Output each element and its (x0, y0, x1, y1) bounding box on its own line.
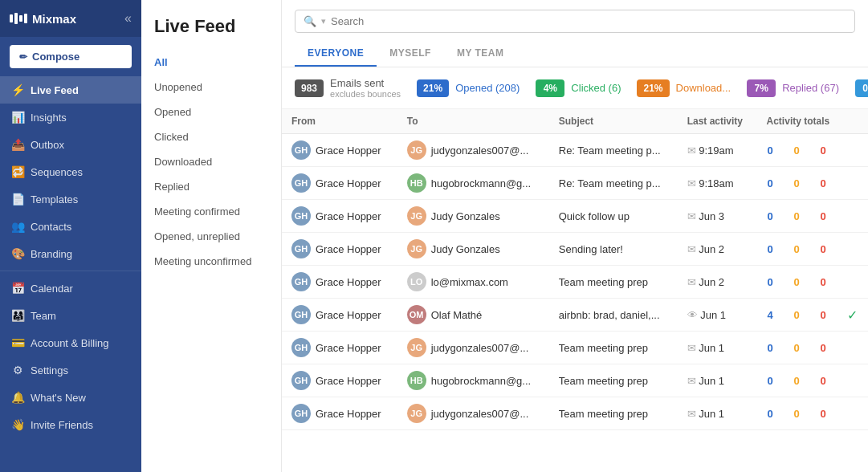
sidebar-item-label: Contacts (31, 221, 71, 233)
sidebar-item-calendar[interactable]: 📅 Calendar (0, 275, 141, 302)
activity-icon: ✉ (687, 144, 696, 157)
filter-meeting-unconfirmed[interactable]: Meeting unconfirmed (141, 249, 281, 274)
cell-to: HB hugobrockmann@g... (397, 167, 549, 200)
cell-col3: 0 (810, 200, 837, 233)
from-name: Grace Hopper (316, 144, 381, 157)
branding-icon: 🎨 (11, 247, 24, 260)
filter-unopened[interactable]: Unopened (141, 75, 281, 100)
to-avatar: OM (407, 305, 426, 324)
filter-downloaded[interactable]: Downloaded (141, 149, 281, 174)
sidebar-item-insights[interactable]: 📊 Insights (0, 104, 141, 131)
sidebar-item-label: What's New (31, 392, 86, 404)
from-avatar: GH (291, 371, 311, 390)
activity-time: Jun 2 (699, 243, 724, 255)
filter-opened-unreplied[interactable]: Opened, unreplied (141, 224, 281, 249)
cell-from: GH Grace Hopper (282, 134, 397, 167)
table-row[interactable]: GH Grace Hopper JG judygonzales007@... T… (282, 397, 868, 430)
from-avatar: GH (291, 239, 311, 258)
table-row[interactable]: GH Grace Hopper JG Judy Gonzales Quick f… (282, 200, 868, 233)
table-row[interactable]: GH Grace Hopper JG Judy Gonzales Sending… (282, 233, 868, 266)
to-address: hugobrockmann@g... (431, 177, 532, 189)
activity-time: Jun 1 (699, 375, 724, 387)
sidebar-item-settings[interactable]: ⚙ Settings (0, 356, 141, 384)
table-row[interactable]: GH Grace Hopper HB hugobrockmann@g... Re… (282, 167, 868, 200)
filter-meeting-confirmed[interactable]: Meeting confirmed (141, 199, 281, 224)
insights-icon: 📊 (11, 111, 24, 124)
sidebar-item-live-feed[interactable]: ⚡ Live Feed (0, 76, 141, 104)
sidebar-item-label: Sequences (31, 166, 83, 178)
live-feed-icon: ⚡ (11, 83, 24, 96)
cell-col3: 0 (810, 364, 837, 397)
sidebar-collapse-icon[interactable]: « (124, 11, 132, 26)
cell-col2: 0 (784, 200, 810, 233)
filter-clicked[interactable]: Clicked (141, 124, 281, 149)
cell-from: GH Grace Hopper (282, 364, 397, 397)
sidebar-item-outbox[interactable]: 📤 Outbox (0, 131, 141, 158)
to-address: judygonzales007@... (431, 342, 529, 354)
sidebar-item-label: Branding (31, 248, 72, 260)
cell-check: ✓ (837, 299, 868, 332)
sidebar-item-account-billing[interactable]: 💳 Account & Billing (0, 329, 141, 356)
filter-all[interactable]: All (141, 50, 281, 75)
logo-text: Mixmax (32, 12, 76, 26)
compose-button[interactable]: Compose (10, 45, 132, 68)
sidebar-item-team[interactable]: 👨‍👩‍👧 Team (0, 302, 141, 329)
sidebar-logo: Mixmax (10, 12, 76, 26)
templates-icon: 📄 (11, 193, 24, 205)
sidebar-item-sequences[interactable]: 🔁 Sequences (0, 158, 141, 185)
filter-replied[interactable]: Replied (141, 174, 281, 199)
table-row[interactable]: GH Grace Hopper JG judygonzales007@... T… (282, 332, 868, 364)
tab-everyone[interactable]: EVERYONE (295, 41, 377, 67)
cell-check (837, 397, 868, 430)
activity-icon: ✉ (687, 342, 696, 354)
table-row[interactable]: GH Grace Hopper JG judygonzales007@... R… (282, 134, 868, 167)
table-row[interactable]: GH Grace Hopper OM Olaf Mathé airbnb: br… (282, 299, 868, 332)
to-address: Olaf Mathé (431, 309, 483, 321)
activity-time: Jun 1 (699, 408, 724, 420)
cell-last-activity: ✉ 9:19am (678, 134, 757, 167)
cell-subject: Quick follow up (549, 200, 678, 233)
cell-from: GH Grace Hopper (282, 332, 397, 364)
to-address: hugobrockmann@g... (431, 375, 532, 387)
search-input[interactable] (331, 15, 846, 27)
cell-last-activity: ✉ Jun 2 (678, 233, 757, 266)
cell-col2: 0 (784, 134, 810, 167)
table-row[interactable]: GH Grace Hopper LO lo@mixmax.com Team me… (282, 266, 868, 299)
from-avatar: GH (291, 404, 311, 423)
cell-col2: 0 (784, 364, 810, 397)
cell-col3: 0 (810, 134, 837, 167)
tab-myself[interactable]: MYSELF (377, 41, 444, 67)
sidebar-item-contacts[interactable]: 👥 Contacts (0, 213, 141, 240)
from-avatar: GH (291, 305, 311, 324)
cell-col1: 0 (757, 167, 784, 200)
table-row[interactable]: GH Grace Hopper HB hugobrockmann@g... Te… (282, 364, 868, 397)
sidebar-item-templates[interactable]: 📄 Templates (0, 185, 141, 213)
table-body: GH Grace Hopper JG judygonzales007@... R… (282, 134, 868, 430)
from-name: Grace Hopper (316, 375, 381, 387)
activity-time: Jun 2 (699, 276, 724, 288)
from-name: Grace Hopper (316, 309, 381, 321)
stat-emails-sent-sublabel: excludes bounces (330, 89, 401, 99)
cell-to: JG judygonzales007@... (397, 134, 549, 167)
filter-opened[interactable]: Opened (141, 100, 281, 124)
cell-check (837, 364, 868, 397)
tab-my-team[interactable]: MY TEAM (444, 41, 517, 67)
settings-icon: ⚙ (11, 364, 24, 376)
cell-subject: Re: Team meeting p... (549, 167, 678, 200)
to-address: Judy Gonzales (431, 210, 500, 222)
cell-col1: 0 (757, 266, 784, 299)
activity-icon: 👁 (687, 309, 698, 321)
email-table: From To Subject Last activity Activity t… (282, 109, 868, 430)
search-bar: 🔍 ▾ (295, 10, 855, 33)
cell-col2: 0 (784, 233, 810, 266)
filter-panel: Live Feed All Unopened Opened Clicked Do… (141, 0, 282, 472)
search-dropdown-icon[interactable]: ▾ (321, 16, 326, 26)
sidebar-item-whats-new[interactable]: 🔔 What's New (0, 384, 141, 411)
to-address: judygonzales007@... (431, 408, 529, 420)
sidebar-item-invite-friends[interactable]: 👋 Invite Friends (0, 411, 141, 438)
logo-icon (10, 13, 27, 24)
sidebar-item-branding[interactable]: 🎨 Branding (0, 240, 141, 267)
from-avatar: GH (291, 173, 311, 193)
cell-col2: 0 (784, 167, 810, 200)
col-last-activity: Last activity (678, 109, 757, 134)
